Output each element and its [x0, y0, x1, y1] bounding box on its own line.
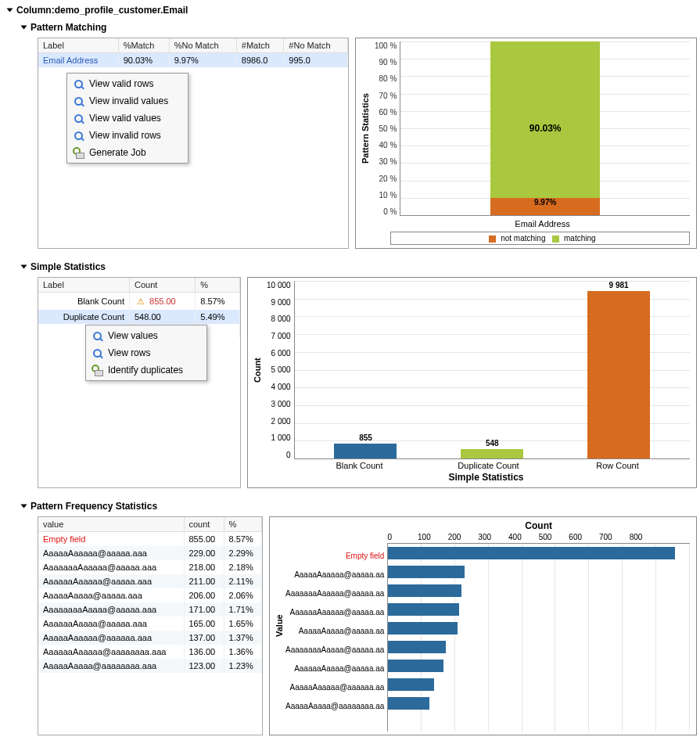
cell-count: 855.00 [184, 532, 224, 547]
chart-bars [387, 544, 690, 732]
chart-x-labels: Blank CountDuplicate CountRow Count [251, 459, 690, 470]
chart-title: Count [387, 520, 690, 531]
cell-pct: 8.57% [224, 532, 261, 547]
table-row[interactable]: AaaaaaAaaaaa@aaaaaaaa.aaa136.001.36% [38, 645, 262, 659]
menu-view-valid-values[interactable]: View valid values [69, 110, 186, 127]
chart-legend: not matching matching [390, 232, 690, 245]
menu-generate-job[interactable]: Generate Job [69, 144, 186, 161]
menu-view-rows[interactable]: View rows [88, 344, 205, 361]
col-label[interactable]: Label [38, 38, 118, 53]
section-label: Pattern Frequency Statistics [31, 501, 157, 512]
column-title-header[interactable]: Column:demo_profile_customer.Email [3, 3, 697, 20]
pattern-matching-table-panel: Label %Match %No Match #Match #No Match … [38, 38, 349, 249]
col-pct[interactable]: % [224, 517, 261, 532]
table-row[interactable]: AaaaaAaaaaa@aaaaa.aaa229.002.29% [38, 546, 262, 560]
cell-value: AaaaaaAaaaa@aaaaa.aaa [38, 617, 184, 631]
table-row[interactable]: AaaaaaAaaaaa@aaaaa.aaa211.002.11% [38, 574, 262, 588]
pattern-frequency-table-panel: value count % Empty field855.008.57%Aaaa… [38, 516, 263, 735]
col-n-nomatch[interactable]: #No Match [284, 38, 348, 53]
simple-statistics-table-panel: Label Count % Blank Count 855.00 8.57% D… [38, 277, 241, 488]
menu-label: View rows [108, 347, 150, 358]
cell-label: Duplicate Count [38, 310, 129, 324]
column-title: Column:demo_profile_customer.Email [16, 5, 188, 16]
col-nomatch[interactable]: %No Match [169, 38, 236, 53]
stacked-bar: 90.03% 9.97% [490, 41, 600, 215]
legend-label: matching [564, 234, 596, 243]
section-simple-statistics-header[interactable]: Simple Statistics [3, 260, 697, 277]
bar-value-label: 90.03% [529, 123, 562, 134]
menu-identify-duplicates[interactable]: Identify duplicates [88, 361, 205, 379]
simple-statistics-context-menu: View values View rows Identify duplicate… [85, 325, 207, 381]
table-row[interactable]: Duplicate Count 548.00 5.49% [38, 310, 240, 324]
legend-swatch-not-matching [489, 235, 496, 243]
cell-label: Email Address [38, 53, 118, 68]
menu-view-invalid-rows[interactable]: View invalid rows [69, 127, 186, 144]
menu-label: Identify duplicates [108, 365, 183, 376]
magnifier-icon [91, 329, 103, 342]
cell-value: AaaaaAaaaaa@aaaaa.aaa [38, 546, 184, 560]
chart-y-axis: 100 %90 %80 %70 %60 %50 %40 %30 %20 %10 … [372, 41, 400, 216]
cell-count: 123.00 [184, 659, 224, 673]
chart-bar [388, 694, 690, 713]
warning-icon [135, 295, 147, 307]
table-row[interactable]: AaaaaaaaAaaaa@aaaaa.aaa171.001.71% [38, 602, 262, 617]
pattern-matching-table[interactable]: Label %Match %No Match #Match #No Match … [38, 38, 348, 67]
cell-value: AaaaaAaaaa@aaaaaaaa.aaa [38, 659, 184, 673]
table-row[interactable]: Email Address 90.03% 9.97% 8986.0 995.0 [38, 53, 348, 68]
simple-statistics-chart: Count 10 0009 0008 0007 0006 0005 0004 0… [247, 277, 697, 488]
menu-view-values[interactable]: View values [88, 327, 205, 344]
menu-label: View invalid values [89, 95, 168, 106]
pattern-frequency-table[interactable]: value count % Empty field855.008.57%Aaaa… [38, 517, 262, 673]
cell-pct: 1.71% [224, 602, 261, 617]
table-row[interactable]: AaaaaaaAaaaaa@aaaaa.aaa218.002.18% [38, 560, 262, 574]
col-value[interactable]: value [38, 517, 184, 532]
job-icon [91, 364, 103, 376]
bar-segment-matching: 90.03% [490, 41, 600, 215]
menu-label: View invalid rows [89, 130, 161, 141]
col-match[interactable]: %Match [118, 38, 169, 53]
cell-pct: 2.06% [224, 588, 261, 602]
menu-label: View valid values [89, 113, 161, 124]
chart-x-label: Email Address [359, 216, 690, 230]
menu-view-invalid-values[interactable]: View invalid values [69, 92, 186, 110]
chart-x-axis: 0100200300400500600700800 [387, 531, 690, 544]
section-pattern-frequency-header[interactable]: Pattern Frequency Statistics [3, 499, 697, 516]
table-row[interactable]: AaaaaAaaaa@aaaaaaaa.aaa123.001.23% [38, 659, 262, 673]
chart-y-label: Value [273, 520, 285, 732]
magnifier-icon [72, 112, 84, 124]
chart-bar [388, 600, 690, 619]
menu-view-valid-rows[interactable]: View valid rows [69, 75, 186, 92]
chart-title: Simple Statistics [251, 470, 690, 484]
bar-segment-not-matching: 9.97% [490, 198, 600, 215]
cell-pct: 1.23% [224, 659, 261, 673]
cell-count: 206.00 [184, 588, 224, 602]
cell-pct: 2.18% [224, 560, 261, 574]
cell-value: AaaaaaAaaaaa@aaaaaaaa.aaa [38, 645, 184, 659]
table-row[interactable]: Empty field855.008.57% [38, 532, 262, 547]
col-count[interactable]: count [184, 517, 224, 532]
table-row[interactable]: AaaaaaAaaaa@aaaaa.aaa165.001.65% [38, 617, 262, 631]
col-pct[interactable]: % [196, 278, 240, 293]
col-label[interactable]: Label [38, 278, 129, 293]
table-row[interactable]: Blank Count 855.00 8.57% [38, 293, 240, 311]
table-row[interactable]: AaaaaAaaaa@aaaaa.aaa206.002.06% [38, 588, 262, 602]
cell-value: AaaaaAaaaaa@aaaaaa.aaa [38, 631, 184, 645]
job-icon [72, 146, 84, 159]
chart-bar [388, 563, 690, 581]
table-row[interactable]: AaaaaAaaaaa@aaaaaa.aaa137.001.37% [38, 631, 262, 645]
cell-pct: 1.36% [224, 645, 261, 659]
chart-bar [388, 544, 690, 563]
cell-count: 855.00 [129, 293, 195, 311]
section-label: Pattern Matching [31, 22, 106, 33]
col-count[interactable]: Count [129, 278, 195, 293]
collapse-triangle-icon [21, 265, 27, 269]
cell-count: 171.00 [184, 602, 224, 617]
section-pattern-matching-header[interactable]: Pattern Matching [3, 20, 697, 38]
pattern-frequency-chart: Value Empty fieldAaaaaAaaaaa@aaaaa.aaAaa… [269, 516, 697, 735]
section-label: Simple Statistics [31, 261, 106, 272]
legend-label: not matching [501, 234, 545, 243]
cell-count: 229.00 [184, 546, 224, 560]
chart-y-label: Pattern Statistics [359, 41, 372, 216]
cell-value: AaaaaAaaaa@aaaaa.aaa [38, 588, 184, 602]
col-n-match[interactable]: #Match [236, 38, 284, 53]
